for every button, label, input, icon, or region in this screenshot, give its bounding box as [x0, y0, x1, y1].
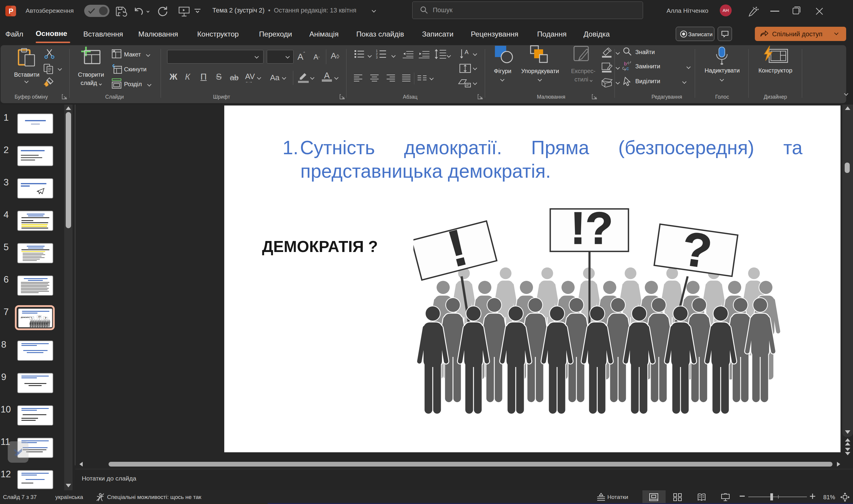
svg-text:P: P — [8, 7, 13, 15]
svg-text:1: 1 — [376, 49, 378, 53]
svg-text:2: 2 — [376, 53, 378, 56]
svg-text:!?: !? — [571, 203, 613, 253]
svg-text:3: 3 — [376, 56, 378, 59]
svg-text:A: A — [465, 49, 469, 55]
svg-text:c: c — [626, 66, 629, 71]
